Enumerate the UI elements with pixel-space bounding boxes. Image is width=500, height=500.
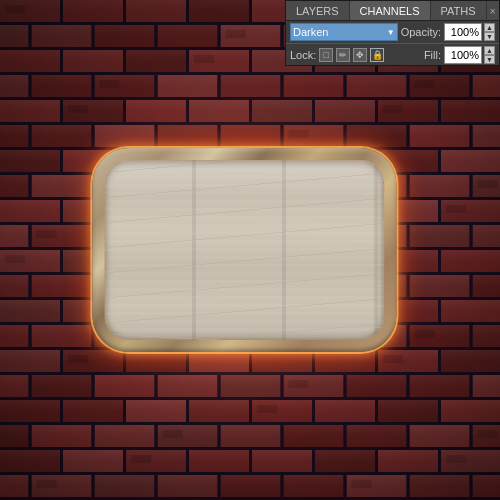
opacity-input-group: ▲ ▼ xyxy=(444,23,495,41)
lock-row: Lock: □ ✏ ✥ 🔒 Fill: ▲ ▼ xyxy=(286,43,499,65)
fill-input-group: ▲ ▼ xyxy=(444,46,495,64)
opacity-label: Opacity: xyxy=(401,26,441,38)
ps-panel: LAYERS CHANNELS PATHS × Darken ▼ Opacity… xyxy=(285,0,500,66)
sign-glow-line xyxy=(104,160,384,340)
sign-board xyxy=(104,160,384,340)
tab-channels[interactable]: CHANNELS xyxy=(350,1,431,20)
blend-mode-row: Darken ▼ Opacity: ▲ ▼ xyxy=(286,21,499,43)
fill-up-button[interactable]: ▲ xyxy=(484,46,495,55)
fill-stepper: ▲ ▼ xyxy=(484,46,495,64)
opacity-down-button[interactable]: ▼ xyxy=(484,32,495,41)
lock-transparent-button[interactable]: □ xyxy=(319,48,333,62)
lock-position-button[interactable]: ✥ xyxy=(353,48,367,62)
blend-mode-arrow: ▼ xyxy=(387,28,395,37)
fill-down-button[interactable]: ▼ xyxy=(484,55,495,64)
canvas-area xyxy=(0,0,500,500)
fill-label: Fill: xyxy=(424,49,441,61)
panel-tabs: LAYERS CHANNELS PATHS × xyxy=(286,1,499,21)
sign-container xyxy=(104,160,384,340)
opacity-stepper: ▲ ▼ xyxy=(484,23,495,41)
tab-layers[interactable]: LAYERS xyxy=(286,1,350,20)
opacity-up-button[interactable]: ▲ xyxy=(484,23,495,32)
panel-close-button[interactable]: × xyxy=(487,1,499,21)
opacity-input[interactable] xyxy=(444,23,482,41)
lock-all-button[interactable]: 🔒 xyxy=(370,48,384,62)
lock-label: Lock: xyxy=(290,49,316,61)
fill-input[interactable] xyxy=(444,46,482,64)
tab-paths[interactable]: PATHS xyxy=(431,1,487,20)
lock-pixels-button[interactable]: ✏ xyxy=(336,48,350,62)
blend-mode-dropdown[interactable]: Darken ▼ xyxy=(290,23,398,41)
